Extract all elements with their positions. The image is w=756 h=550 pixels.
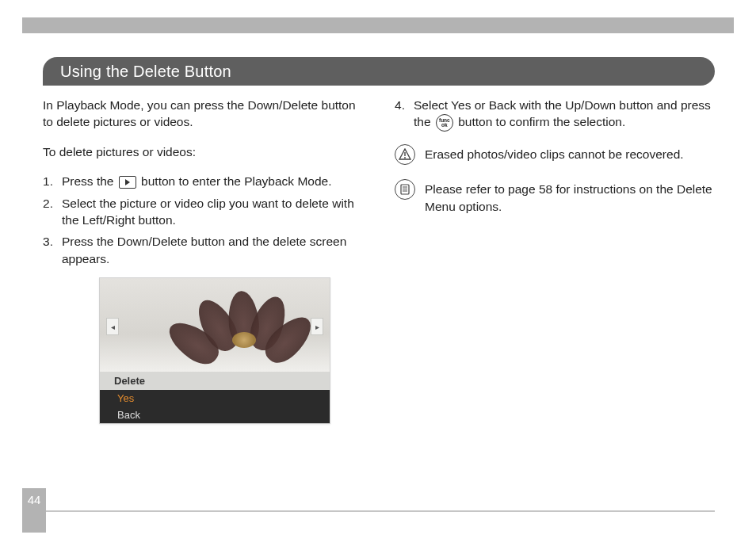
func-ok-icon: func ok: [436, 114, 453, 132]
nav-left-icon: ◂: [106, 318, 119, 335]
steps-list-cont: Select Yes or Back with the Up/Down butt…: [395, 97, 715, 132]
step-3: Press the Down/Delete button and the del…: [43, 233, 363, 267]
note-icon: [395, 179, 415, 200]
info-text: Please refer to page 58 for instructions…: [425, 179, 715, 215]
playback-icon: [119, 176, 136, 189]
photo-area: ◂ ▸: [100, 278, 330, 372]
step-4-text-b: button to confirm the selection.: [458, 115, 625, 128]
footer-rule: [46, 510, 715, 512]
step-4: Select Yes or Back with the Up/Down butt…: [395, 97, 715, 132]
menu-option-back: Back: [100, 407, 330, 423]
steps-list: Press the button to enter the Playback M…: [43, 173, 363, 267]
svg-marker-0: [125, 179, 130, 185]
info-note: Please refer to page 58 for instructions…: [395, 179, 715, 215]
menu-title: Delete: [100, 372, 330, 390]
delete-menu: Delete Yes Back: [100, 372, 330, 423]
warning-icon: [395, 144, 415, 165]
right-column: Select Yes or Back with the Up/Down butt…: [395, 97, 715, 280]
menu-option-yes: Yes: [100, 390, 330, 407]
warning-note: Erased photos/video clips cannot be reco…: [395, 144, 715, 165]
left-column: In Playback Mode, you can press the Down…: [43, 97, 363, 280]
warning-text: Erased photos/video clips cannot be reco…: [425, 144, 715, 162]
camera-screenshot: ◂ ▸ Delete Yes Back: [99, 277, 330, 424]
content-columns: In Playback Mode, you can press the Down…: [43, 97, 715, 280]
ok-label: ok: [441, 123, 448, 128]
section-heading: Using the Delete Button: [43, 57, 715, 86]
svg-point-3: [404, 157, 406, 159]
intro-paragraph: In Playback Mode, you can press the Down…: [43, 97, 363, 131]
step-1: Press the button to enter the Playback M…: [43, 173, 363, 189]
step-1-text-b: button to enter the Playback Mode.: [141, 174, 331, 188]
page-number: 44: [22, 488, 46, 533]
step-1-text-a: Press the: [62, 174, 117, 188]
nav-right-icon: ▸: [311, 318, 323, 335]
flower-graphic: [191, 285, 286, 372]
sub-paragraph: To delete pictures or videos:: [43, 143, 363, 160]
step-2: Select the picture or video clip you wan…: [43, 195, 363, 229]
header-bar: [22, 17, 734, 33]
